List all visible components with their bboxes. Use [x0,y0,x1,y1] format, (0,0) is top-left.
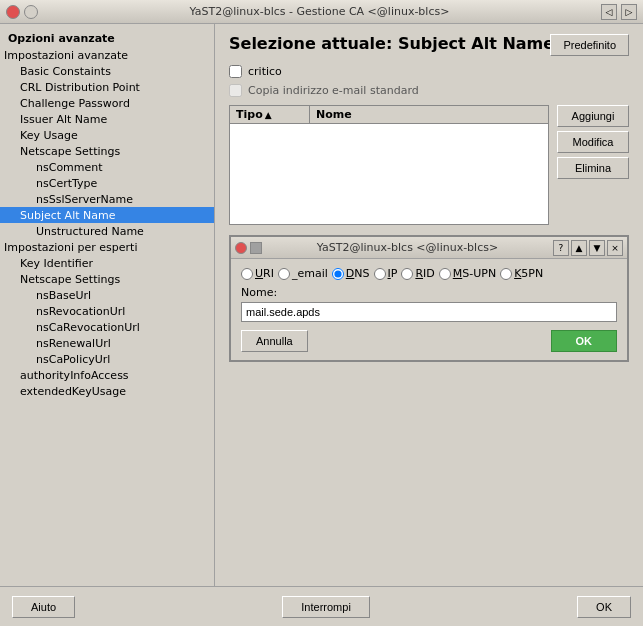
main-layout: Opzioni avanzate Impostazioni avanzate B… [0,24,643,586]
radio-k5pn-label: K5PN [514,267,543,280]
inner-dialog-title: YaST2@linux-blcs <@linux-blcs> [317,241,498,254]
radio-ms-upn-label: MS-UPN [453,267,496,280]
radio-ms-upn[interactable]: MS-UPN [439,267,496,280]
sidebar-item-impostazioni-esperti[interactable]: Impostazioni per esperti [0,239,214,255]
inner-up-button[interactable]: ▲ [571,240,587,256]
inner-help-button[interactable]: ? [553,240,569,256]
sidebar-item-challenge-password[interactable]: Challenge Password [0,95,214,111]
table-body [230,124,548,222]
annulla-button[interactable]: Annulla [241,330,308,352]
radio-rid[interactable]: RID [401,267,434,280]
radio-rid-label: RID [415,267,434,280]
modifica-button[interactable]: Modifica [557,131,629,153]
nav-forward-button[interactable]: ▷ [621,4,637,20]
sidebar-item-basic-constraints[interactable]: Basic Constaints [0,63,214,79]
inner-close-button[interactable] [235,242,247,254]
copia-row: Copia indirizzo e-mail standard [229,84,629,97]
table-area: Tipo ▲ Nome Aggiungi Modifica Elimina [229,105,629,225]
sidebar-item-ns-ssl-server[interactable]: nsSslServerName [0,191,214,207]
radio-k5pn[interactable]: K5PN [500,267,543,280]
copia-label: Copia indirizzo e-mail standard [248,84,419,97]
ok-button[interactable]: OK [577,596,631,618]
radio-ip-label: IP [388,267,398,280]
inner-dialog-body: URI _email DNS IP [231,259,627,360]
sidebar-item-issuer-alt-name[interactable]: Issuer Alt Name [0,111,214,127]
sidebar-item-subject-alt-name[interactable]: Subject Alt Name [0,207,214,223]
radio-email[interactable]: _email [278,267,328,280]
critico-checkbox[interactable] [229,65,242,78]
radio-dns-label: DNS [346,267,370,280]
entries-table: Tipo ▲ Nome [229,105,549,225]
radio-row: URI _email DNS IP [241,267,617,280]
nome-input[interactable] [241,302,617,322]
window-title: YaST2@linux-blcs - Gestione CA <@linux-b… [190,5,450,18]
content-area: Selezione attuale: Subject Alt Name Pred… [215,24,643,586]
sidebar-item-ns-renewal-url[interactable]: nsRenewalUrl [0,335,214,351]
inner-dialog-right-controls[interactable]: ? ▲ ▼ × [553,240,623,256]
sidebar: Opzioni avanzate Impostazioni avanzate B… [0,24,215,586]
window-controls[interactable] [6,5,38,19]
sidebar-item-crl-distribution[interactable]: CRL Distribution Point [0,79,214,95]
aggiungi-button[interactable]: Aggiungi [557,105,629,127]
copia-checkbox[interactable] [229,84,242,97]
radio-dns[interactable]: DNS [332,267,370,280]
inner-min-button[interactable] [250,242,262,254]
inner-dialog: YaST2@linux-blcs <@linux-blcs> ? ▲ ▼ × U… [229,235,629,362]
nav-back-button[interactable]: ◁ [601,4,617,20]
inner-dialog-titlebar: YaST2@linux-blcs <@linux-blcs> ? ▲ ▼ × [231,237,627,259]
inner-dialog-controls[interactable] [235,242,262,254]
radio-uri-label: URI [255,267,274,280]
sidebar-item-ns-comment[interactable]: nsComment [0,159,214,175]
sidebar-title: Opzioni avanzate [0,30,214,47]
inner-close2-button[interactable]: × [607,240,623,256]
bottom-bar: Aiuto Interrompi OK [0,586,643,626]
sidebar-item-extended-key[interactable]: extendedKeyUsage [0,383,214,399]
sort-arrow-icon: ▲ [265,110,272,120]
radio-email-label: _email [292,267,328,280]
sidebar-item-ns-ca-policy-url[interactable]: nsCaPolicyUrl [0,351,214,367]
nome-label: Nome: [241,286,617,299]
minimize-button[interactable] [24,5,38,19]
interrompi-button[interactable]: Interrompi [282,596,370,618]
sidebar-item-unstructured-name[interactable]: Unstructured Name [0,223,214,239]
sidebar-item-key-usage[interactable]: Key Usage [0,127,214,143]
sidebar-item-authority-info[interactable]: authorityInfoAccess [0,367,214,383]
sidebar-item-netscape-settings-2[interactable]: Netscape Settings [0,271,214,287]
sidebar-item-netscape-settings[interactable]: Netscape Settings [0,143,214,159]
title-bar: YaST2@linux-blcs - Gestione CA <@linux-b… [0,0,643,24]
sidebar-item-key-identifier[interactable]: Key Identifier [0,255,214,271]
sidebar-item-ns-cert-type[interactable]: nsCertType [0,175,214,191]
ok-inner-button[interactable]: OK [551,330,618,352]
sidebar-item-ns-ca-revocation-url[interactable]: nsCaRevocationUrl [0,319,214,335]
sidebar-item-impostazioni-avanzate[interactable]: Impostazioni avanzate [0,47,214,63]
col-nome[interactable]: Nome [310,106,548,123]
inner-dialog-footer: Annulla OK [241,330,617,352]
table-header: Tipo ▲ Nome [230,106,548,124]
title-bar-right: ◁ ▷ [601,4,637,20]
radio-ip[interactable]: IP [374,267,398,280]
critico-row: critico [229,65,629,78]
critico-label[interactable]: critico [248,65,282,78]
col-tipo[interactable]: Tipo ▲ [230,106,310,123]
close-button[interactable] [6,5,20,19]
radio-uri[interactable]: URI [241,267,274,280]
aiuto-button[interactable]: Aiuto [12,596,75,618]
table-action-buttons: Aggiungi Modifica Elimina [557,105,629,225]
sidebar-item-ns-revocation-url[interactable]: nsRevocationUrl [0,303,214,319]
sidebar-item-ns-base-url[interactable]: nsBaseUrl [0,287,214,303]
elimina-button[interactable]: Elimina [557,157,629,179]
inner-down-button[interactable]: ▼ [589,240,605,256]
predefinito-button[interactable]: Predefinito [550,34,629,56]
